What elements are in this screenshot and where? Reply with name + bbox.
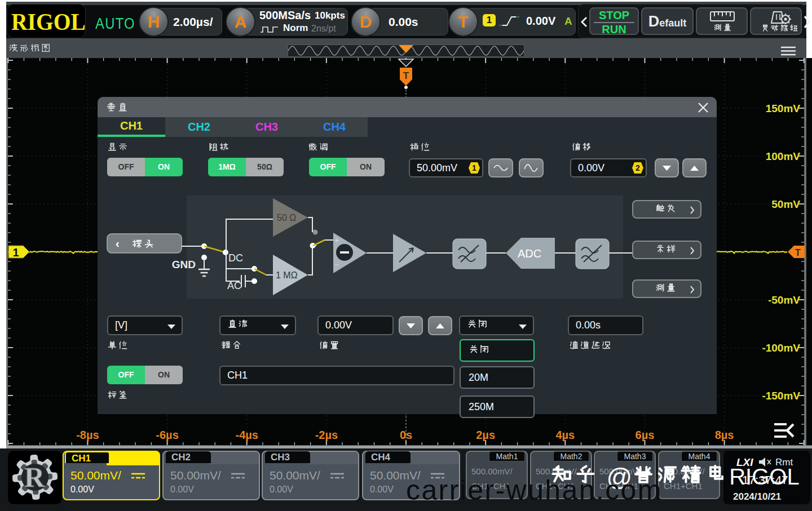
svg-text:ADC: ADC (518, 247, 541, 260)
svg-text:150mV: 150mV (766, 103, 801, 114)
svg-text:-4µs: -4µs (235, 429, 258, 441)
svg-text:-8µs: -8µs (76, 429, 99, 441)
svg-text:50mV: 50mV (771, 198, 800, 210)
svg-text:T: T (403, 70, 409, 81)
svg-text:-50mV: -50mV (768, 294, 800, 306)
svg-text:2: 2 (636, 163, 640, 172)
svg-text:−: − (334, 260, 339, 269)
svg-text:R: R (24, 461, 45, 493)
svg-text:GND: GND (172, 259, 196, 270)
svg-text:DC: DC (228, 252, 243, 264)
svg-text:-2µs: -2µs (315, 429, 338, 441)
svg-text:100mV: 100mV (766, 150, 801, 162)
svg-text:-6µs: -6µs (156, 429, 178, 441)
svg-text:4µs: 4µs (555, 429, 575, 441)
svg-text:8µs: 8µs (715, 429, 734, 441)
svg-text:50 Ω: 50 Ω (277, 213, 296, 223)
svg-text:-100mV: -100mV (762, 342, 800, 354)
svg-text:AC: AC (227, 280, 241, 291)
svg-text:2µs: 2µs (476, 429, 495, 441)
svg-text:T: T (795, 248, 801, 257)
svg-text:‹: ‹ (116, 237, 120, 250)
svg-text:+: + (334, 235, 339, 245)
svg-text:6µs: 6µs (636, 429, 655, 441)
svg-text:1: 1 (12, 246, 19, 259)
svg-text:0s: 0s (400, 429, 412, 441)
svg-text:1 MΩ: 1 MΩ (276, 270, 298, 280)
svg-text:-150mV: -150mV (762, 390, 800, 402)
svg-text:1: 1 (472, 163, 476, 172)
